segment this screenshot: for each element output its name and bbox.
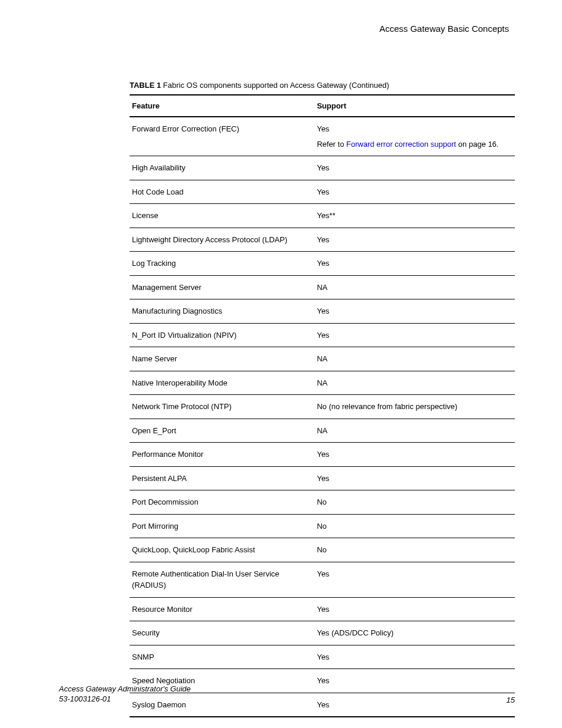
cross-reference-link[interactable]: Forward error correction support xyxy=(346,140,456,149)
cell-support: Yes xyxy=(315,323,515,347)
cell-support: NA xyxy=(315,275,515,299)
table-row: N_Port ID Virtualization (NPIV)Yes xyxy=(130,323,515,347)
cell-feature: Log Tracking xyxy=(130,252,315,276)
col-header-support: Support xyxy=(315,95,515,117)
cell-feature: SNMP xyxy=(130,645,315,669)
footer-page-number: 15 xyxy=(507,696,515,704)
table-row: Management ServerNA xyxy=(130,275,515,299)
cell-feature: Name Server xyxy=(130,347,315,371)
cell-support: Yes xyxy=(315,562,515,597)
cell-support: Yes xyxy=(315,597,515,621)
cell-support: No xyxy=(315,490,515,515)
cell-feature: Persistent ALPA xyxy=(130,466,315,490)
cell-feature: Remote Authentication Dial-In User Servi… xyxy=(130,562,315,597)
cell-feature: Port Decommission xyxy=(130,490,315,515)
cell-feature: Native Interoperability Mode xyxy=(130,371,315,395)
cell-support: Yes xyxy=(315,180,515,204)
table-caption-text: Fabric OS components supported on Access… xyxy=(163,81,389,90)
cell-support: NA xyxy=(315,419,515,443)
footer-doc-title: Access Gateway Administrator's Guide xyxy=(59,684,191,694)
table-row: SNMPYes xyxy=(130,645,515,669)
cell-support: Yes xyxy=(315,252,515,276)
table-row: Port MirroringNo xyxy=(130,514,515,538)
cell-support: Yes xyxy=(315,228,515,252)
table-row: Resource MonitorYes xyxy=(130,597,515,621)
cell-support: Yes xyxy=(315,156,515,180)
col-header-feature: Feature xyxy=(130,95,315,117)
footer-doc-number: 53-1003126-01 xyxy=(59,694,191,704)
table-row: Performance MonitorYes xyxy=(130,443,515,467)
table-row: Log TrackingYes xyxy=(130,252,515,276)
table-label: TABLE 1 xyxy=(130,81,161,90)
cell-feature: Manufacturing Diagnostics xyxy=(130,299,315,324)
table-row: SecurityYes (ADS/DCC Policy) xyxy=(130,621,515,645)
cell-support: Yes xyxy=(315,645,515,669)
cell-feature: Performance Monitor xyxy=(130,443,315,467)
table-row: Name ServerNA xyxy=(130,347,515,371)
table-row: Open E_PortNA xyxy=(130,419,515,443)
cell-support: No xyxy=(315,538,515,562)
table-row: Native Interoperability ModeNA xyxy=(130,371,515,395)
table-row: Lightweight Directory Access Protocol (L… xyxy=(130,228,515,252)
table-row: LicenseYes** xyxy=(130,204,515,228)
cell-feature: Management Server xyxy=(130,275,315,299)
cell-feature: Open E_Port xyxy=(130,419,315,443)
cell-feature: Security xyxy=(130,621,315,645)
cell-feature: Forward Error Correction (FEC) xyxy=(130,117,315,156)
table-row: Persistent ALPAYes xyxy=(130,466,515,490)
table-row: Manufacturing DiagnosticsYes xyxy=(130,299,515,324)
table-row: High AvailabilityYes xyxy=(130,156,515,180)
cell-support: Yes xyxy=(315,466,515,490)
table-row: QuickLoop, QuickLoop Fabric AssistNo xyxy=(130,538,515,562)
cell-support: Yes** xyxy=(315,204,515,228)
cell-support: Yes (ADS/DCC Policy) xyxy=(315,621,515,645)
cell-feature: Lightweight Directory Access Protocol (L… xyxy=(130,228,315,252)
table-row: Forward Error Correction (FEC)YesRefer t… xyxy=(130,117,515,156)
cell-support: No (no relevance from fabric perspective… xyxy=(315,395,515,419)
table-row: Remote Authentication Dial-In User Servi… xyxy=(130,562,515,597)
cell-support: NA xyxy=(315,347,515,371)
table-row: Hot Code LoadYes xyxy=(130,180,515,204)
table-caption: TABLE 1 Fabric OS components supported o… xyxy=(130,81,515,90)
page-header: Access Gateway Basic Concepts xyxy=(59,24,515,34)
cell-feature: Port Mirroring xyxy=(130,514,315,538)
feature-table: Feature Support Forward Error Correction… xyxy=(130,94,515,717)
cell-support: Yes xyxy=(315,443,515,467)
cell-feature: QuickLoop, QuickLoop Fabric Assist xyxy=(130,538,315,562)
cell-feature: Resource Monitor xyxy=(130,597,315,621)
table-row: Port DecommissionNo xyxy=(130,490,515,515)
cell-feature: Network Time Protocol (NTP) xyxy=(130,395,315,419)
cell-support: No xyxy=(315,514,515,538)
cell-feature: High Availability xyxy=(130,156,315,180)
table-row: Network Time Protocol (NTP)No (no releva… xyxy=(130,395,515,419)
cell-feature: License xyxy=(130,204,315,228)
cell-support: YesRefer to Forward error correction sup… xyxy=(315,117,515,156)
cell-support: NA xyxy=(315,371,515,395)
cell-note: Refer to Forward error correction suppor… xyxy=(317,139,513,150)
cell-support: Yes xyxy=(315,299,515,324)
cell-feature: N_Port ID Virtualization (NPIV) xyxy=(130,323,315,347)
cell-feature: Hot Code Load xyxy=(130,180,315,204)
